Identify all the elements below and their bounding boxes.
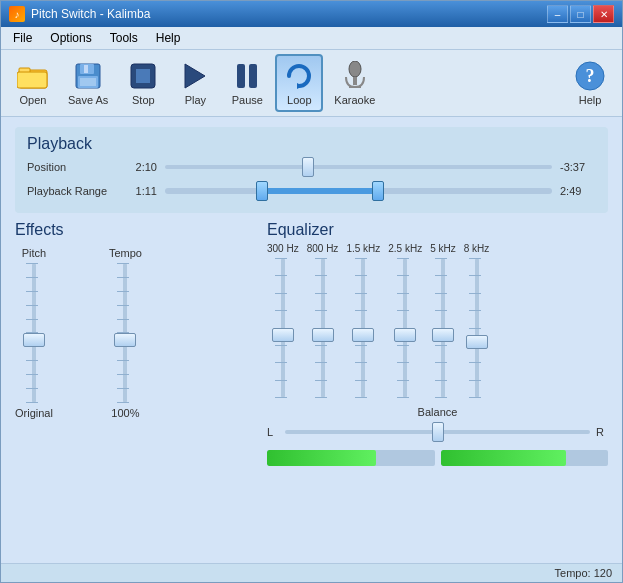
open-button[interactable]: Open [9,55,57,111]
eq-label-1: 800 Hz [307,243,339,254]
eq-label-5: 8 kHz [464,243,490,254]
eq-track-1 [313,258,333,398]
eq-thumb-5[interactable] [466,335,488,349]
range-thumb-right[interactable] [372,181,384,201]
effects-faders: Pitch [15,247,255,419]
menu-file[interactable]: File [5,29,40,47]
karaoke-label: Karaoke [334,94,375,106]
eq-band-4: 5 kHz [430,243,456,398]
level-fill-left [267,450,376,466]
eq-track-inner-0[interactable] [281,258,285,398]
tempo-fader: Tempo [109,247,142,419]
effects-section: Effects Pitch [15,221,255,553]
help-label: Help [579,94,602,106]
svg-rect-12 [249,64,257,88]
save-as-button[interactable]: Save As [61,55,115,111]
pause-label: Pause [232,94,263,106]
pitch-track-container [24,263,44,403]
main-content: Playback Position 2:10 -3:37 Playback Ra… [1,117,622,563]
stop-label: Stop [132,94,155,106]
eq-track-0 [273,258,293,398]
range-thumb-left[interactable] [256,181,268,201]
app-icon: ♪ [9,6,25,22]
balance-right-label: R [596,426,608,438]
eq-band-0: 300 Hz [267,243,299,398]
pitch-track[interactable] [32,263,36,403]
loop-label: Loop [287,94,311,106]
level-meter-right [441,450,609,466]
range-slider-container [165,181,552,201]
save-as-label: Save As [68,94,108,106]
eq-track-inner-2[interactable] [361,258,365,398]
menu-tools[interactable]: Tools [102,29,146,47]
menu-help[interactable]: Help [148,29,189,47]
tempo-value: 100% [111,407,139,419]
tempo-thumb[interactable] [114,333,136,347]
equalizer-title: Equalizer [267,221,608,239]
balance-left-label: L [267,426,279,438]
range-end: 2:49 [560,185,596,197]
svg-rect-2 [17,72,47,88]
position-thumb[interactable] [302,157,314,177]
balance-thumb[interactable] [432,422,444,442]
eq-track-inner-1[interactable] [321,258,325,398]
maximize-button[interactable]: □ [570,5,591,23]
loop-button[interactable]: Loop [275,54,323,112]
balance-label: Balance [267,406,608,418]
range-track[interactable] [165,188,552,194]
svg-rect-7 [80,78,96,86]
eq-band-1: 800 Hz [307,243,339,398]
pitch-fader: Pitch [15,247,53,419]
position-track[interactable] [165,165,552,169]
play-button[interactable]: Play [171,55,219,111]
eq-thumb-2[interactable] [352,328,374,342]
tempo-track-container [115,263,135,403]
svg-point-14 [349,61,361,77]
eq-thumb-3[interactable] [394,328,416,342]
eq-label-0: 300 Hz [267,243,299,254]
play-icon [179,60,211,92]
stop-icon [127,60,159,92]
eq-track-inner-5[interactable] [475,258,479,398]
balance-track[interactable] [285,430,590,434]
range-row: Playback Range 1:11 2:49 [27,181,596,201]
playback-section: Playback Position 2:10 -3:37 Playback Ra… [15,127,608,213]
menubar: File Options Tools Help [1,27,622,50]
close-button[interactable]: ✕ [593,5,614,23]
playback-title: Playback [27,135,596,153]
karaoke-button[interactable]: Karaoke [327,55,382,111]
stop-button[interactable]: Stop [119,55,167,111]
pause-icon [231,60,263,92]
equalizer-section: Equalizer 300 Hz [267,221,608,553]
eq-track-5 [467,258,487,398]
range-start: 1:11 [125,185,157,197]
svg-rect-5 [84,65,88,73]
eq-track-inner-4[interactable] [441,258,445,398]
tempo-status: Tempo: 120 [555,567,612,579]
pause-button[interactable]: Pause [223,55,271,111]
range-label: Playback Range [27,185,117,197]
eq-thumb-0[interactable] [272,328,294,342]
position-slider-container [165,157,552,177]
balance-slider[interactable] [285,422,590,442]
help-button[interactable]: ? Help [566,55,614,111]
pitch-label: Pitch [22,247,46,259]
eq-band-2: 1.5 kHz [346,243,380,398]
menu-options[interactable]: Options [42,29,99,47]
pitch-thumb[interactable] [23,333,45,347]
karaoke-icon [339,60,371,92]
minimize-button[interactable]: – [547,5,568,23]
eq-band-3: 2.5 kHz [388,243,422,398]
eq-track-2 [353,258,373,398]
title-bar-left: ♪ Pitch Switch - Kalimba [9,6,150,22]
tempo-track[interactable] [123,263,127,403]
eq-track-inner-3[interactable] [403,258,407,398]
eq-thumb-4[interactable] [432,328,454,342]
svg-rect-11 [237,64,245,88]
position-row: Position 2:10 -3:37 [27,157,596,177]
svg-rect-9 [136,69,150,83]
eq-thumb-1[interactable] [312,328,334,342]
effects-title: Effects [15,221,255,239]
level-meters [267,450,608,466]
level-fill-right [441,450,567,466]
